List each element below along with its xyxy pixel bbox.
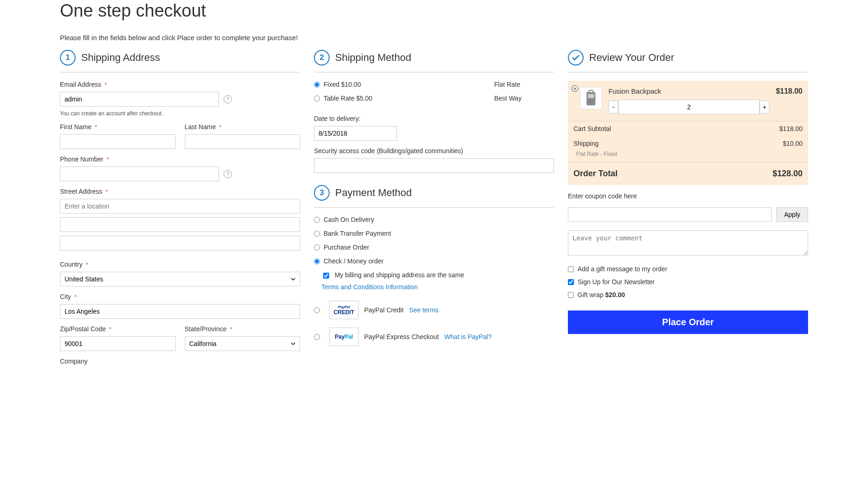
- step-3-badge: 3: [314, 185, 330, 201]
- billing-same-checkbox[interactable]: [323, 273, 329, 279]
- email-hint: You can create an account after checkout…: [60, 110, 300, 117]
- street-input-1[interactable]: [60, 199, 300, 214]
- payment-po[interactable]: [314, 245, 320, 250]
- payment-check[interactable]: [314, 258, 320, 264]
- page-title: One step checkout: [60, 1, 808, 21]
- newsletter-label: Sign Up for Our Newsletter: [578, 278, 655, 286]
- first-name-label: First Name: [60, 123, 176, 131]
- step-2-badge: 2: [314, 50, 330, 66]
- shipping-sub: Flat Rate - Fixed: [571, 151, 808, 162]
- city-label: City: [60, 293, 300, 300]
- item-name: Fusion Backpack: [608, 87, 769, 95]
- item-price: $118.00: [776, 87, 803, 95]
- shipping-option-fixed[interactable]: [314, 82, 320, 88]
- newsletter-checkbox[interactable]: [568, 279, 574, 285]
- payment-label: Purchase Order: [324, 244, 369, 251]
- email-input[interactable]: [60, 92, 219, 107]
- billing-same-label: My billing and shipping address are the …: [335, 271, 464, 279]
- state-select[interactable]: California: [185, 336, 301, 351]
- payment-paypal-credit[interactable]: [314, 307, 320, 313]
- subtotal-label: Cart Subtotal: [573, 125, 611, 132]
- state-label: State/Province: [185, 325, 301, 333]
- giftwrap-label: Gift wrap $20.00: [578, 291, 625, 298]
- shipping-option-label: Fixed $10.00: [324, 81, 361, 88]
- delivery-date-label: Date to delivery:: [314, 115, 554, 122]
- last-name-input[interactable]: [185, 134, 301, 149]
- shipping-value: $10.00: [783, 140, 803, 147]
- last-name-label: Last Name: [185, 123, 301, 131]
- product-thumbnail: [580, 87, 602, 109]
- subtotal-value: $118.00: [779, 125, 803, 132]
- payment-label: Check / Money order: [324, 257, 384, 265]
- shipping-option-label: Table Rate $5.00: [324, 95, 372, 102]
- company-label: Company: [60, 358, 300, 365]
- comment-textarea[interactable]: [568, 230, 808, 256]
- svg-rect-1: [588, 94, 594, 98]
- terms-link[interactable]: Terms and Conditions Information: [321, 283, 554, 291]
- apply-button[interactable]: Apply: [776, 207, 808, 222]
- page-subtitle: Please fill in the fields below and clic…: [60, 34, 808, 42]
- payment-bank[interactable]: [314, 231, 320, 237]
- see-terms-link[interactable]: See terms: [409, 306, 439, 314]
- check-icon: [568, 50, 584, 66]
- coupon-label: Enter coupon code here: [568, 192, 808, 200]
- payment-paypal-express[interactable]: [314, 334, 320, 340]
- payment-label: Cash On Delivery: [324, 216, 374, 223]
- remove-item-icon[interactable]: ✕: [572, 85, 578, 92]
- security-input[interactable]: [314, 158, 554, 173]
- shipping-label: Shipping: [573, 140, 599, 147]
- street-label: Street Address: [60, 188, 300, 195]
- paypal-credit-label: PayPal Credit: [364, 306, 404, 314]
- zip-input[interactable]: [60, 336, 176, 351]
- paypal-logo: PayPal: [329, 328, 359, 346]
- paypal-credit-logo: PayPalCREDIT: [329, 301, 359, 319]
- zip-label: Zip/Postal Code: [60, 325, 176, 333]
- shipping-carrier: Flat Rate: [494, 81, 554, 88]
- shipping-carrier: Best Way: [494, 95, 554, 102]
- review-title: Review Your Order: [589, 52, 674, 64]
- email-label: Email Address: [60, 81, 300, 88]
- payment-cash[interactable]: [314, 217, 320, 223]
- street-input-2[interactable]: [60, 217, 300, 232]
- delivery-date-input[interactable]: [314, 126, 397, 141]
- qty-minus-button[interactable]: -: [608, 101, 618, 113]
- shipping-address-title: Shipping Address: [81, 52, 160, 64]
- qty-input[interactable]: [618, 100, 760, 114]
- city-input[interactable]: [60, 304, 300, 319]
- payment-label: Bank Transfer Payment: [324, 230, 391, 237]
- step-1-badge: 1: [60, 50, 76, 66]
- security-label: Security access code (Buildings/gated co…: [314, 147, 554, 155]
- country-select[interactable]: United States: [60, 272, 300, 286]
- qty-plus-button[interactable]: +: [760, 101, 769, 113]
- gift-message-label: Add a gift message to my order: [578, 265, 667, 273]
- place-order-button[interactable]: Place Order: [568, 310, 808, 334]
- total-label: Order Total: [573, 169, 618, 179]
- help-icon[interactable]: ?: [224, 170, 232, 178]
- total-value: $128.00: [773, 169, 803, 179]
- what-is-paypal-link[interactable]: What is PayPal?: [444, 333, 492, 340]
- phone-label: Phone Number: [60, 155, 300, 163]
- street-input-3[interactable]: [60, 236, 300, 250]
- review-section: Review Your Order ✕ Fusion Backpack - + …: [568, 50, 808, 371]
- methods-section: 2 Shipping Method Fixed $10.00 Flat Rate…: [314, 50, 554, 371]
- giftwrap-checkbox[interactable]: [568, 292, 574, 298]
- gift-message-checkbox[interactable]: [568, 266, 574, 272]
- phone-input[interactable]: [60, 167, 219, 181]
- payment-method-title: Payment Method: [335, 187, 412, 199]
- first-name-input[interactable]: [60, 134, 176, 149]
- country-label: Country: [60, 261, 300, 268]
- shipping-method-title: Shipping Method: [335, 52, 411, 64]
- shipping-address-section: 1 Shipping Address Email Address ? You c…: [60, 50, 300, 371]
- order-summary: ✕ Fusion Backpack - + $118.00 Cart Subto…: [568, 81, 808, 185]
- help-icon[interactable]: ?: [224, 95, 232, 103]
- paypal-express-label: PayPal Express Checkout: [364, 333, 439, 340]
- coupon-input[interactable]: [568, 207, 772, 222]
- shipping-option-table[interactable]: [314, 95, 320, 101]
